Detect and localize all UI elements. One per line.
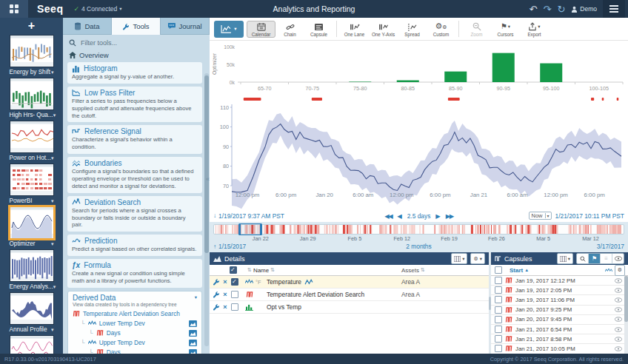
- worksheet-thumbnail[interactable]: [10, 335, 54, 354]
- row-checkbox[interactable]: [495, 306, 502, 314]
- chevron-down-icon[interactable]: ▾: [51, 70, 54, 75]
- redo-icon[interactable]: ↷: [544, 4, 552, 14]
- tab-journal[interactable]: Journal: [161, 18, 210, 35]
- derived-tree-item[interactable]: └Lower Temp Dev: [73, 319, 197, 328]
- chevron-down-icon[interactable]: ▾: [53, 284, 56, 290]
- chevron-down-icon[interactable]: ▾: [51, 241, 54, 247]
- derived-data-header[interactable]: Derived Data ▾: [73, 294, 197, 302]
- select-all-capsules-checkbox[interactable]: [495, 266, 502, 274]
- toolbar-spread-button[interactable]: Spread: [398, 21, 427, 38]
- capsule-row[interactable]: Jan 21, 2017 6:54 PM: [491, 325, 628, 334]
- toolbar-chain-button[interactable]: Chain: [275, 21, 304, 38]
- range-end[interactable]: 1/21/2017 10:11 PM PST: [555, 212, 624, 220]
- remove-icon[interactable]: ×: [221, 291, 230, 298]
- worksheet-thumbnail[interactable]: [10, 164, 54, 196]
- step-forward-much-icon[interactable]: ▶▶: [446, 212, 453, 220]
- row-name[interactable]: Temperature: [267, 278, 401, 286]
- assets-column-header[interactable]: Assets: [401, 267, 419, 274]
- open-trend-icon[interactable]: [189, 330, 197, 337]
- capsules-scrollbar-thumb[interactable]: [624, 276, 628, 322]
- toolbar-custom-button[interactable]: ⚙⚙Custom: [427, 21, 455, 38]
- worksheet-thumbnail[interactable]: [10, 121, 54, 153]
- worksheet-item[interactable]: Power on Hot...▾: [9, 121, 55, 164]
- worksheet-item[interactable]: PowerBI▾: [9, 164, 55, 206]
- selection-left-handle[interactable]: [238, 223, 241, 235]
- eye-icon[interactable]: [615, 307, 622, 312]
- sort-icon[interactable]: ⇅: [421, 267, 425, 273]
- details-columns-button[interactable]: ▾: [451, 253, 467, 264]
- now-button[interactable]: Now ▾: [529, 212, 552, 220]
- tools-scrollbar-thumb[interactable]: [204, 75, 209, 253]
- chevron-down-icon[interactable]: ▾: [51, 155, 54, 161]
- overview-link[interactable]: Overview: [63, 49, 210, 62]
- toolbar-one-y-axis-button[interactable]: One Y-Axis: [369, 21, 398, 38]
- worksheet-thumbnail[interactable]: [10, 35, 54, 67]
- row-checkbox[interactable]: [495, 335, 502, 343]
- eye-icon[interactable]: [615, 327, 622, 332]
- capsule-row[interactable]: Jan 20, 2017 9:25 PM: [491, 306, 628, 315]
- worksheet-item[interactable]: High Hrs- Qua...▾: [9, 78, 55, 121]
- derived-tree-item[interactable]: └Days: [73, 348, 197, 354]
- range-start[interactable]: 1/19/2017 9:37 AM PST: [218, 212, 284, 220]
- worksheet-item[interactable]: Annual Profile▾: [9, 292, 55, 335]
- row-name[interactable]: Opt vs Temp: [267, 303, 401, 311]
- name-column-header[interactable]: Name: [253, 267, 269, 274]
- capsule-row[interactable]: Jan 20, 2017 9:45 PM: [491, 315, 628, 325]
- chevron-down-icon[interactable]: ▾: [51, 327, 54, 333]
- capsules-columns-button[interactable]: ▾: [557, 253, 573, 264]
- undo-icon[interactable]: ↶: [530, 4, 538, 14]
- tool-formula[interactable]: ƒxFormulaCreate a new signal or conditio…: [67, 259, 202, 288]
- row-checkbox[interactable]: [495, 345, 502, 352]
- tool-boundaries[interactable]: BoundariesConfigure a signal's boundarie…: [67, 157, 202, 193]
- filter-tools-input[interactable]: [79, 38, 204, 47]
- worksheet-thumbnail[interactable]: [10, 206, 54, 239]
- worksheet-thumbnail[interactable]: [10, 292, 54, 325]
- tool-prediction[interactable]: PredictionPredict a signal based on othe…: [67, 235, 202, 256]
- worksheet-thumbnail[interactable]: [10, 78, 54, 110]
- tool-deviation[interactable]: Deviation SearchSearch for periods where…: [67, 196, 202, 232]
- step-forward-icon[interactable]: ▶: [435, 212, 440, 220]
- details-row[interactable]: ×Opt vs Temp: [210, 301, 489, 314]
- zoom-capsule-icon[interactable]: [577, 254, 589, 263]
- row-checkbox[interactable]: [495, 296, 502, 303]
- details-row[interactable]: ×Temperature Alert Deviation SearchArea …: [210, 289, 489, 301]
- sort-icon[interactable]: ⇅: [247, 267, 252, 273]
- remove-icon[interactable]: ×: [221, 278, 230, 286]
- range-collapse-icon[interactable]: ↓: [213, 212, 216, 219]
- toolbar-export-button[interactable]: ▾Export: [520, 21, 549, 38]
- tool-lowpass[interactable]: Low Pass FilterFilter a series to pass f…: [67, 87, 202, 123]
- boundaries-indicator-icon[interactable]: [304, 279, 313, 286]
- eye-icon[interactable]: [615, 346, 622, 351]
- range-duration[interactable]: 2.5 days: [407, 212, 431, 220]
- eye-icon[interactable]: [615, 297, 622, 303]
- tab-data[interactable]: Data: [63, 18, 112, 35]
- toolbar-one-lane-button[interactable]: One Lane: [340, 21, 369, 38]
- scrubber-bar[interactable]: [213, 224, 624, 235]
- histogram-chart[interactable]: Optimizer0k50k100k65-7070-7575-8080-8585…: [210, 41, 628, 95]
- trend-chart[interactable]: 70809010011012:00 pm6:00 pmJan 206:00 am…: [210, 95, 628, 209]
- row-checkbox[interactable]: [495, 277, 502, 284]
- worksheet-item[interactable]: Energy by Shift▾: [9, 35, 55, 78]
- view-mode-dropdown[interactable]: ▾: [214, 21, 244, 38]
- eye-icon[interactable]: [615, 317, 622, 322]
- row-checkbox[interactable]: [231, 278, 238, 286]
- derived-tree-item[interactable]: └Days: [73, 328, 197, 338]
- chevron-down-icon[interactable]: ▾: [53, 112, 56, 118]
- worksheet-item[interactable]: Optimizer▾: [9, 206, 55, 249]
- select-all-checkbox[interactable]: [230, 266, 237, 274]
- step-back-much-icon[interactable]: ◀◀: [384, 212, 392, 220]
- row-name[interactable]: Temperature Alert Deviation Search: [267, 291, 401, 298]
- capsule-row[interactable]: Jan 19, 2017 2:05 PM: [491, 286, 628, 295]
- derived-tree-item[interactable]: └Upper Temp Dev: [73, 338, 197, 348]
- row-checkbox[interactable]: [231, 303, 238, 311]
- remove-icon[interactable]: ×: [221, 303, 230, 311]
- step-back-icon[interactable]: ◀: [397, 212, 401, 220]
- eye-toggle-icon[interactable]: [612, 254, 624, 263]
- details-row[interactable]: ×°FTemperatureArea A: [210, 276, 489, 289]
- row-checkbox[interactable]: [495, 286, 502, 294]
- row-checkbox[interactable]: [231, 291, 238, 298]
- toolbar-capsule-button[interactable]: Capsule: [304, 21, 333, 38]
- open-trend-icon[interactable]: [189, 320, 197, 327]
- start-column-header[interactable]: Start: [510, 267, 523, 274]
- wrench-icon[interactable]: [211, 278, 221, 286]
